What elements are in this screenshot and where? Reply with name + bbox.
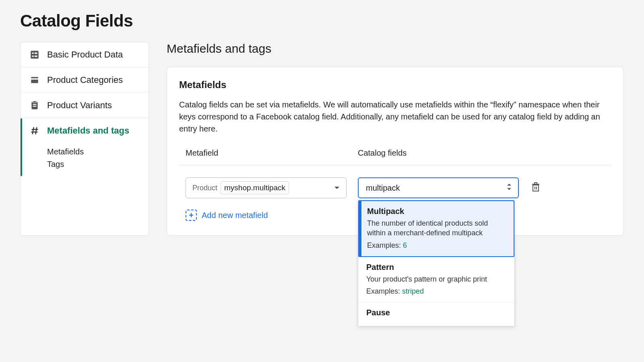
- svg-rect-3: [35, 53, 37, 54]
- sidebar-subitem-metafields[interactable]: Metafields: [47, 147, 84, 156]
- metafield-select[interactable]: Product myshop.multipack: [186, 177, 347, 198]
- sidebar-item-label: Basic Product Data: [47, 49, 123, 60]
- svg-rect-0: [31, 51, 39, 59]
- sidebar-item-label: Product Categories: [47, 75, 123, 85]
- plus-dashed-icon: +: [186, 210, 197, 221]
- metafield-scope-label: Product: [192, 184, 217, 192]
- add-metafield-button[interactable]: + Add new metafield: [186, 210, 268, 221]
- dropdown-item-desc: The number of identical products sold wi…: [367, 218, 506, 238]
- metafield-key-chip: myshop.multipack: [221, 181, 289, 194]
- main-content: Metafields and tags Metafields Catalog f…: [167, 42, 624, 236]
- clipboard-icon: [29, 100, 40, 111]
- hash-icon: [29, 125, 40, 136]
- table-row: Product myshop.multipack multipack: [179, 165, 611, 198]
- trash-icon: [531, 182, 541, 194]
- catalog-field-value: multipack: [366, 183, 400, 193]
- dropdown-item-example: Examples: 6: [367, 241, 506, 250]
- svg-rect-7: [31, 102, 37, 109]
- dropdown-item-multipack[interactable]: Multipack The number of identical produc…: [358, 200, 514, 257]
- card-title: Metafields: [179, 79, 611, 90]
- page-title: Catalog Fields: [20, 11, 624, 31]
- sidebar-item-label: Product Variants: [47, 100, 112, 111]
- sidebar-item-metafields-tags[interactable]: Metafields and tags Metafields Tags: [21, 118, 149, 176]
- dropdown-item-example: Examples: striped: [366, 287, 506, 296]
- dropdown-item-pattern[interactable]: Pattern Your product's pattern or graphi…: [358, 257, 514, 302]
- svg-rect-4: [35, 56, 37, 57]
- catalog-field-select[interactable]: multipack: [358, 177, 519, 198]
- grid-icon: [29, 49, 40, 60]
- sidebar-item-basic-product-data[interactable]: Basic Product Data: [21, 42, 149, 68]
- svg-rect-8: [33, 101, 37, 103]
- sidebar-subitem-tags[interactable]: Tags: [47, 160, 84, 169]
- sidebar: Basic Product Data Product Categories Pr…: [20, 42, 149, 236]
- dropdown-item-title: Pattern: [366, 263, 506, 272]
- svg-rect-9: [33, 104, 37, 105]
- svg-line-14: [35, 127, 37, 134]
- caret-down-icon: [334, 184, 340, 191]
- sidebar-sublist: Metafields Tags: [29, 147, 84, 169]
- dropdown-item-title: Pause: [366, 308, 506, 317]
- dropdown-item-title: Multipack: [367, 207, 506, 216]
- catalog-field-dropdown: Multipack The number of identical produc…: [358, 200, 515, 327]
- metafields-card: Metafields Catalog fields can be set via…: [167, 67, 624, 236]
- svg-rect-1: [32, 53, 34, 54]
- column-header-catalog-fields: Catalog fields: [358, 148, 605, 158]
- sidebar-item-label: Metafields and tags: [47, 125, 129, 136]
- svg-line-13: [33, 127, 34, 134]
- svg-rect-2: [32, 56, 34, 57]
- dropdown-item-desc: Your product's pattern or graphic print: [366, 274, 506, 284]
- svg-rect-19: [535, 183, 537, 184]
- add-metafield-label: Add new metafield: [202, 211, 268, 220]
- dropdown-item-pause[interactable]: Pause: [358, 302, 514, 326]
- svg-rect-6: [31, 80, 38, 83]
- section-title: Metafields and tags: [167, 42, 624, 56]
- table-header: Metafield Catalog fields: [179, 148, 611, 165]
- sidebar-item-product-categories[interactable]: Product Categories: [21, 68, 149, 93]
- svg-rect-15: [533, 185, 539, 191]
- svg-rect-10: [33, 106, 37, 107]
- column-header-metafield: Metafield: [186, 148, 347, 158]
- svg-rect-5: [31, 77, 38, 78]
- sort-icon: [507, 183, 512, 193]
- card-description: Catalog fields can be set via metafields…: [179, 99, 611, 135]
- stack-icon: [29, 75, 40, 85]
- delete-row-button[interactable]: [530, 182, 541, 193]
- sidebar-item-product-variants[interactable]: Product Variants: [21, 93, 149, 118]
